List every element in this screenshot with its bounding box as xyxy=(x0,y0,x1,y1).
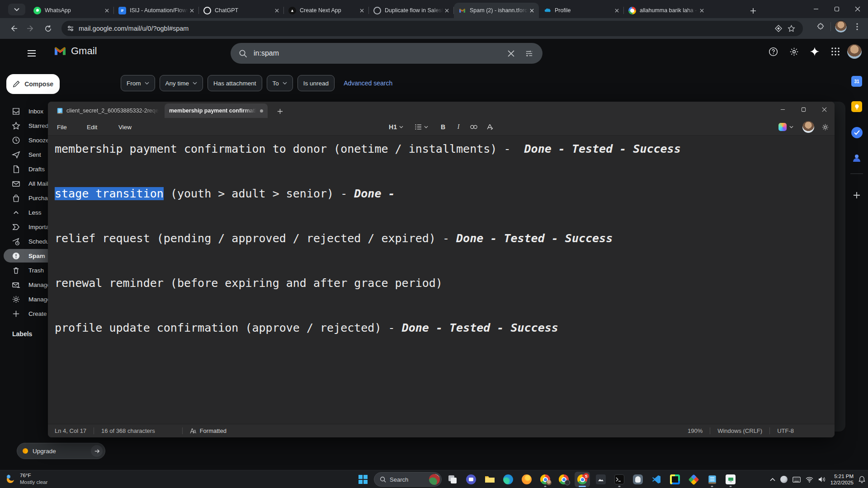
maximize-button[interactable] xyxy=(826,0,847,18)
encoding[interactable]: UTF-8 xyxy=(777,427,794,434)
link-button[interactable] xyxy=(467,121,480,133)
photos-app-icon[interactable] xyxy=(593,472,609,487)
chip-to[interactable]: To xyxy=(267,75,293,91)
reload-button[interactable] xyxy=(40,20,56,37)
editor-line[interactable]: stage transition (youth > adult > senior… xyxy=(55,183,835,205)
address-bar[interactable]: mail.google.com/mail/u/0/?ogbl#spam xyxy=(61,21,803,36)
notepad-minimize-button[interactable] xyxy=(772,102,793,117)
touch-keyboard-icon[interactable] xyxy=(793,477,801,483)
advanced-search-link[interactable]: Advanced search xyxy=(344,80,392,87)
heading-style-button[interactable]: H1 xyxy=(386,121,406,133)
notepad-tab-client-secret[interactable]: client_secret_2_60053885332-2reqe52rrib xyxy=(52,103,164,118)
line-ending[interactable]: Windows (CRLF) xyxy=(717,427,762,434)
close-window-button[interactable] xyxy=(847,0,868,18)
tab-close-icon[interactable] xyxy=(528,7,535,14)
tab-close-icon[interactable] xyxy=(443,7,450,14)
wid-taskview-icon[interactable] xyxy=(445,472,460,487)
notepad-editor[interactable]: membership payment confirmation to donor… xyxy=(48,136,835,422)
minimize-button[interactable] xyxy=(806,0,826,18)
tab-search-button[interactable] xyxy=(8,4,25,15)
colorsync-diamond-icon[interactable] xyxy=(686,472,701,487)
clear-search-icon[interactable] xyxy=(502,44,520,62)
wifi-icon[interactable] xyxy=(806,477,813,483)
tab-whatsapp[interactable]: WhatsApp xyxy=(29,3,114,18)
search-icon[interactable] xyxy=(239,49,247,58)
notepad-close-button[interactable] xyxy=(814,102,835,117)
notepad-maximize-button[interactable] xyxy=(793,102,814,117)
get-addons-icon[interactable] xyxy=(849,187,865,203)
search-input[interactable]: in:spam xyxy=(254,49,502,57)
back-button[interactable] xyxy=(5,20,22,37)
bold-button[interactable]: B xyxy=(437,121,449,133)
editor-line[interactable]: membership payment confirmation to donor… xyxy=(55,138,835,160)
bookmark-star-icon[interactable] xyxy=(785,22,797,35)
notepad-taskbar-icon[interactable] xyxy=(704,472,720,487)
tab-gmail-spam[interactable]: Spam (2) - ishann.tforce@ xyxy=(454,3,539,18)
notepad-settings-button[interactable] xyxy=(818,121,832,133)
tray-expand-icon[interactable] xyxy=(770,478,775,481)
editor-line[interactable]: renewal reminder (before expiring and af… xyxy=(55,272,835,295)
taskpro-app-icon[interactable] xyxy=(723,472,738,487)
firefox-icon[interactable] xyxy=(519,472,534,487)
speaker-icon[interactable] xyxy=(818,476,826,483)
apps-grid-icon[interactable] xyxy=(826,42,844,61)
menu-view[interactable]: View xyxy=(114,122,136,132)
file-explorer-icon[interactable] xyxy=(482,472,497,487)
tab-google-search[interactable]: allahumma barik laha - G xyxy=(624,3,709,18)
tab-close-icon[interactable] xyxy=(103,7,110,14)
tab-close-icon[interactable] xyxy=(188,7,195,14)
notepad-new-tab-button[interactable] xyxy=(274,105,286,117)
onedrive-icon[interactable] xyxy=(780,476,788,483)
new-tab-button[interactable] xyxy=(747,5,760,17)
tab-chatgpt[interactable]: ChatGPT xyxy=(199,3,284,18)
notepad-account-avatar[interactable] xyxy=(801,121,816,133)
chip-from[interactable]: From xyxy=(121,75,155,91)
main-menu-button[interactable] xyxy=(22,43,42,63)
editor-line[interactable]: profile update confirmation (approve / r… xyxy=(55,317,835,339)
forward-button[interactable] xyxy=(23,20,39,37)
notepad-tab-membership[interactable]: membership payment confirmation xyxy=(165,103,268,118)
chrome-profile2-icon[interactable] xyxy=(556,472,571,487)
terminal-icon[interactable] xyxy=(612,472,627,487)
taskbar-search[interactable]: Search xyxy=(374,472,442,487)
menu-edit[interactable]: Edit xyxy=(82,122,102,132)
editor-line[interactable]: relief request (pending / approved / rej… xyxy=(55,227,835,250)
tab-close-icon[interactable] xyxy=(273,7,280,14)
zoom-level[interactable]: 190% xyxy=(688,427,703,434)
help-icon[interactable] xyxy=(764,42,782,61)
italic-button[interactable]: I xyxy=(452,121,465,133)
taskbar-clock[interactable]: 5:21 PM 12/2/2025 xyxy=(830,473,854,486)
pycharm-icon[interactable] xyxy=(667,472,683,487)
menu-file[interactable]: File xyxy=(52,122,71,132)
menu-kebab-icon[interactable] xyxy=(851,20,863,33)
compose-button[interactable]: Compose xyxy=(6,74,60,94)
tab-close-icon[interactable] xyxy=(613,7,620,14)
gmail-search-bar[interactable]: in:spam xyxy=(231,43,542,64)
gemini-icon[interactable] xyxy=(806,42,824,61)
url-text[interactable]: mail.google.com/mail/u/0/?ogbl#spam xyxy=(79,25,772,32)
vscode-icon[interactable] xyxy=(649,472,664,487)
edge-icon[interactable] xyxy=(500,472,516,487)
chip-is-unread[interactable]: Is unread xyxy=(297,75,335,91)
tasks-icon[interactable] xyxy=(849,124,865,141)
upgrade-button[interactable]: Upgrade xyxy=(17,443,105,459)
search-options-icon[interactable] xyxy=(520,44,538,62)
tab-close-icon[interactable] xyxy=(698,7,705,14)
chip-any-time[interactable]: Any time xyxy=(160,75,203,91)
contacts-icon[interactable] xyxy=(849,150,865,166)
copilot-button[interactable] xyxy=(775,121,797,133)
keep-notes-icon[interactable] xyxy=(849,99,865,115)
chrome-active-icon[interactable]: S xyxy=(575,472,590,487)
extensions-puzzle-icon[interactable] xyxy=(814,20,827,33)
notification-bell-icon[interactable] xyxy=(859,476,865,483)
chrome-profile1-icon[interactable] xyxy=(538,472,553,487)
clear-format-button[interactable] xyxy=(483,121,496,133)
list-button[interactable] xyxy=(411,121,431,133)
start-button[interactable] xyxy=(355,472,371,487)
chip-has-attachment[interactable]: Has attachment xyxy=(208,75,262,91)
calendar-icon[interactable]: 31 xyxy=(849,73,865,89)
tab-close-icon[interactable] xyxy=(358,7,365,14)
settings-gear-icon[interactable] xyxy=(785,42,803,61)
tab-duplicate-flow[interactable]: Duplicate flow in Salesfor xyxy=(369,3,454,18)
browser-profile-avatar[interactable] xyxy=(835,20,847,33)
